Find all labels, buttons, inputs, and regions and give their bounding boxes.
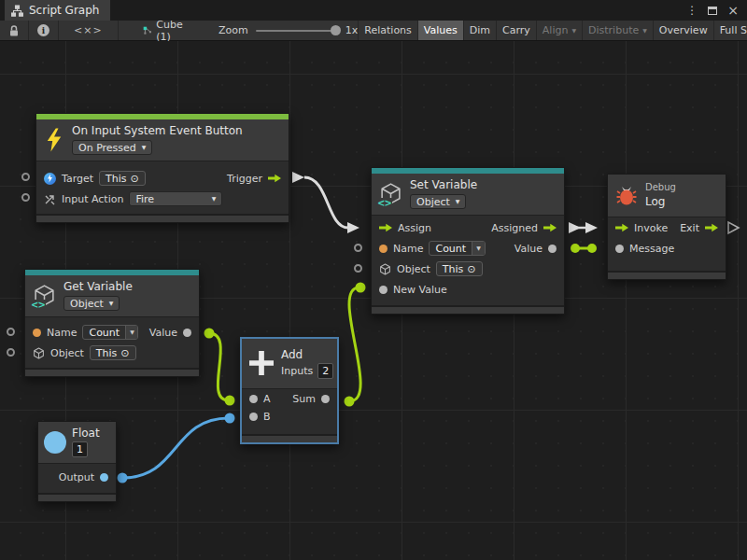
variable-cube-icon: <> xyxy=(379,182,402,205)
wire-assigned-to-invoke[interactable] xyxy=(569,222,598,233)
graph-canvas[interactable]: On Input System Event Button On Pressed … xyxy=(0,41,747,560)
lock-button[interactable] xyxy=(0,21,29,40)
distribute-dropdown[interactable]: Distribute ▼ xyxy=(582,21,653,40)
node-get-variable[interactable]: <> Get Variable Object ▼ Name Count ▼ xyxy=(24,269,200,377)
value-output-port[interactable] xyxy=(548,245,557,253)
node-header[interactable]: Add Inputs 2 xyxy=(242,339,337,389)
code-icon: <×> xyxy=(74,24,103,36)
setvar-name-port[interactable] xyxy=(354,244,362,252)
input-action-row: Input Action Fire ▼ xyxy=(36,189,289,209)
getvar-object-port[interactable] xyxy=(7,348,15,357)
zoom-control: Zoom 1x xyxy=(218,21,358,40)
plus-icon xyxy=(249,351,274,375)
bug-icon xyxy=(615,184,638,206)
input-system-icon xyxy=(44,173,56,185)
node-title: On Input System Event Button xyxy=(72,124,243,137)
target-dot-icon: ⊙ xyxy=(120,347,129,359)
float-value-field[interactable]: 1 xyxy=(72,441,88,457)
object-this-selector[interactable]: This ⊙ xyxy=(90,345,136,360)
wire-float-to-add-b[interactable] xyxy=(118,413,235,483)
assigned-output-port[interactable] xyxy=(543,223,557,232)
align-dropdown[interactable]: Align ▼ xyxy=(536,21,582,40)
code-view-button[interactable]: <×> xyxy=(59,21,119,40)
graph-node-icon xyxy=(143,24,152,36)
variable-name-combo[interactable]: Count ▼ xyxy=(429,241,485,256)
variable-name-combo[interactable]: Count ▼ xyxy=(82,325,137,340)
input-action-icon xyxy=(44,193,56,205)
trigger-output-port[interactable] xyxy=(268,174,281,183)
getvar-name-port[interactable] xyxy=(7,328,15,336)
target-dot-icon: ⊙ xyxy=(131,173,139,185)
object-row: Object This ⊙ xyxy=(372,259,564,279)
input-action-dropdown[interactable]: Fire ▼ xyxy=(129,191,222,206)
node-category: Debug xyxy=(645,182,676,192)
b-input-port[interactable] xyxy=(249,413,258,421)
node-add[interactable]: Add Inputs 2 A Sum B xyxy=(240,337,339,444)
new-value-row: New Value xyxy=(372,279,564,300)
name-input-port[interactable] xyxy=(379,245,388,253)
inputs-count-field[interactable]: 2 xyxy=(317,363,333,379)
zoom-slider[interactable] xyxy=(256,30,338,32)
invoke-input-port[interactable] xyxy=(615,223,628,232)
target-dot-icon: ⊙ xyxy=(467,263,475,275)
variable-kind-dropdown[interactable]: Object ▼ xyxy=(410,194,466,209)
carry-button[interactable]: Carry xyxy=(496,21,536,40)
kebab-menu-icon[interactable]: ⋮ xyxy=(686,4,698,17)
overview-button[interactable]: Overview xyxy=(653,21,713,40)
node-debug-log[interactable]: Debug Log Invoke Exit Message xyxy=(607,174,726,280)
node-footer xyxy=(38,493,116,501)
zoom-value: 1x xyxy=(345,24,359,36)
node-title: Add xyxy=(281,348,303,361)
value-output-port[interactable] xyxy=(183,329,191,337)
info-icon: i xyxy=(37,24,49,36)
chevron-down-icon: ▼ xyxy=(130,329,134,335)
node-header[interactable]: <> Get Variable Object ▼ xyxy=(25,275,199,317)
b-row: B xyxy=(242,408,337,426)
values-button[interactable]: Values xyxy=(417,21,463,40)
close-icon[interactable]: × xyxy=(727,3,739,18)
node-header[interactable]: Debug Log xyxy=(608,175,726,217)
node-set-variable[interactable]: <> Set Variable Object ▼ Assign Assigned xyxy=(371,167,565,315)
object-this-selector[interactable]: This ⊙ xyxy=(436,261,483,276)
output-port[interactable] xyxy=(100,473,108,482)
new-value-input-port[interactable] xyxy=(379,286,388,294)
assign-input-port[interactable] xyxy=(379,223,392,232)
node-on-input-system-event[interactable]: On Input System Event Button On Pressed … xyxy=(35,113,289,223)
sum-output-port[interactable] xyxy=(321,395,330,403)
setvar-object-port[interactable] xyxy=(354,264,362,273)
chevron-down-icon: ▼ xyxy=(476,245,481,251)
zoom-slider-handle[interactable] xyxy=(331,25,341,35)
a-input-port[interactable] xyxy=(249,395,258,403)
dim-button[interactable]: Dim xyxy=(463,21,496,40)
lightning-bolt-icon xyxy=(44,128,64,152)
cube-icon xyxy=(379,263,391,275)
fullscreen-button[interactable]: Full Screen xyxy=(713,21,747,40)
maximize-icon[interactable] xyxy=(708,7,717,15)
variable-kind-dropdown[interactable]: Object ▼ xyxy=(63,296,120,311)
node-float[interactable]: Float 1 Output xyxy=(37,421,117,502)
message-input-port[interactable] xyxy=(615,245,624,253)
wire-getvariable-to-add-a[interactable] xyxy=(204,329,235,406)
name-input-port[interactable] xyxy=(33,329,41,337)
exit-port-hollow-triangle[interactable] xyxy=(728,222,739,233)
inspect-button[interactable]: i xyxy=(29,21,59,40)
node-header[interactable]: <> Set Variable Object ▼ xyxy=(372,174,564,216)
assign-row: Assign Assigned xyxy=(372,217,564,238)
graph-breadcrumb[interactable]: Cube (1) xyxy=(143,21,187,40)
node-header[interactable]: On Input System Event Button On Pressed … xyxy=(36,119,289,161)
event-target-port[interactable] xyxy=(21,173,30,181)
target-this-selector[interactable]: This ⊙ xyxy=(99,171,146,186)
node-footer xyxy=(25,368,199,376)
node-header[interactable]: Float 1 xyxy=(38,422,116,464)
wire-value-to-message[interactable] xyxy=(571,244,597,253)
object-row: Object This ⊙ xyxy=(25,343,199,363)
node-title: Set Variable xyxy=(410,178,477,191)
relations-button[interactable]: Relations xyxy=(358,21,417,40)
wire-add-sum-to-newvalue[interactable] xyxy=(345,283,366,407)
tab-script-graph[interactable]: Script Graph xyxy=(5,0,110,21)
wire-trigger-to-assign[interactable] xyxy=(292,172,359,233)
event-action-port[interactable] xyxy=(21,193,30,202)
exit-output-port[interactable] xyxy=(705,223,718,232)
event-mode-dropdown[interactable]: On Pressed ▼ xyxy=(72,140,152,155)
message-row: Message xyxy=(608,238,726,259)
